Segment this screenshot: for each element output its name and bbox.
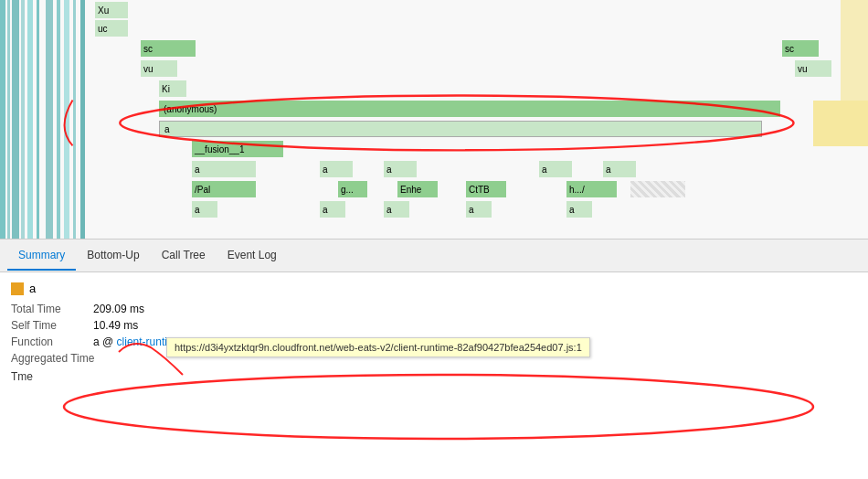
tab-bottom-up[interactable]: Bottom-Up (76, 241, 150, 271)
aggregated-label: Aggregated Time (11, 352, 94, 365)
annotation-circle-1 (0, 0, 868, 239)
flame-chart: Xu uc sc sc vu vu Ki (anonymous) a __fus… (0, 0, 868, 240)
flame-row-anonymous[interactable]: (anonymous) (159, 101, 780, 117)
flame-row-a-b2[interactable]: a (320, 201, 345, 218)
flame-row-h[interactable]: h.../ (566, 181, 617, 197)
function-name-label: a (29, 282, 36, 295)
flame-yellow-area (813, 101, 868, 146)
summary-panel: a Total Time 209.09 ms Self Time 10.49 m… (0, 272, 868, 378)
svg-point-1 (64, 375, 813, 439)
flame-row-xu[interactable]: Xu (95, 2, 128, 18)
tab-summary[interactable]: Summary (7, 241, 76, 271)
flame-row-sc-right[interactable]: sc (782, 40, 819, 57)
flame-row-a3[interactable]: a (384, 161, 417, 177)
flame-row-a-b1[interactable]: a (192, 201, 217, 218)
flame-row-fusion[interactable]: __fusion__1 (192, 141, 283, 157)
total-time-row: Total Time 209.09 ms (11, 303, 857, 315)
flame-yellow-right (841, 0, 868, 101)
tab-call-tree[interactable]: Call Tree (151, 241, 217, 271)
flame-row-a1[interactable]: a (192, 161, 256, 177)
flame-row-a2[interactable]: a (320, 161, 353, 177)
flame-row-a-b3[interactable]: a (384, 201, 409, 218)
flame-row-a-b4[interactable]: a (466, 201, 492, 218)
tabs-row: Summary Bottom-Up Call Tree Event Log (0, 240, 868, 272)
total-time-value: 209.09 ms (93, 303, 144, 315)
flame-row-uc[interactable]: uc (95, 20, 128, 37)
flame-row-ki[interactable]: Ki (159, 80, 186, 97)
flame-row-vu-left[interactable]: vu (141, 60, 177, 77)
flame-row-g[interactable]: g... (338, 181, 367, 197)
flame-row-vu-right[interactable]: vu (795, 60, 831, 77)
flame-row-cttb[interactable]: CtTB (466, 181, 506, 197)
function-label: Function (11, 335, 93, 348)
function-prefix: a @ (93, 335, 113, 348)
flame-row-sc-left[interactable]: sc (141, 40, 196, 57)
flame-row-pal[interactable]: /Pal (192, 181, 256, 197)
flame-row-striped (630, 181, 685, 197)
self-time-value: 10.49 ms (93, 319, 138, 332)
flame-row-a-main[interactable]: a (159, 121, 762, 137)
tab-event-log[interactable]: Event Log (217, 241, 288, 271)
flame-row-a4[interactable]: a (539, 161, 572, 177)
flame-row-a5[interactable]: a (603, 161, 636, 177)
time-label: Tme (11, 370, 33, 383)
function-icon (11, 282, 24, 295)
self-time-row: Self Time 10.49 ms (11, 319, 857, 332)
flame-row-enhe[interactable]: Enhe (397, 181, 438, 197)
url-tooltip: https://d3i4yxtzktqr9n.cloudfront.net/we… (166, 337, 590, 357)
flame-row-a-b5[interactable]: a (566, 201, 592, 218)
total-time-label: Total Time (11, 303, 93, 315)
function-name-row: a (11, 282, 857, 295)
self-time-label: Self Time (11, 319, 93, 332)
aggregated-section: Aggregated Time https://d3i4yxtzktqr9n.c… (11, 352, 857, 365)
